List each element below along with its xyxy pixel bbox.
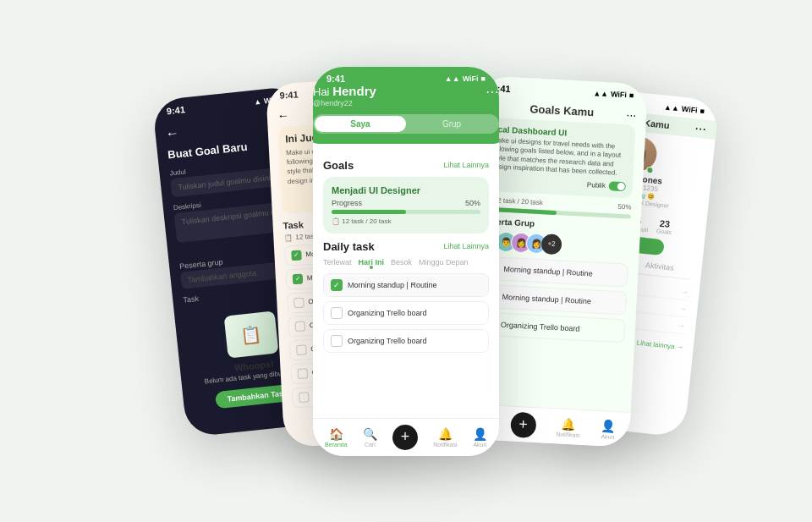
center-scroll: Goals Lihat Lainnya Menjadi UI Designer …: [313, 152, 499, 444]
greeting-text: Hai Hendry: [313, 84, 376, 99]
checkbox-checked-2[interactable]: ✓: [293, 273, 304, 284]
time-center: 9:41: [326, 74, 345, 84]
nav-cari[interactable]: 🔍 Cari: [363, 427, 377, 448]
task-label-1: Morning standup | Routine: [348, 281, 436, 289]
nav-add-button[interactable]: +: [392, 425, 418, 450]
stat-goals-label: Goals: [656, 228, 672, 235]
goals-link[interactable]: Lihat Lainnya: [443, 161, 489, 169]
goals-section-header: Goals Lihat Lainnya: [323, 159, 489, 172]
tab-saya[interactable]: Saya: [315, 116, 406, 132]
rc-nav-add[interactable]: +: [510, 411, 537, 438]
rc-task-1: ✓ Morning standup | Routine: [479, 255, 628, 286]
status-icons-fr: ▲▲ WiFi ■: [664, 102, 705, 115]
publik-label-rc: Publik: [587, 180, 606, 189]
activity-arrow-1[interactable]: →: [680, 286, 689, 296]
date-tab-hariini[interactable]: Hari Ini: [359, 258, 385, 266]
daily-task-section: Daily task Lihat Lainnya Terlewat Hari I…: [323, 240, 489, 353]
daily-task-1: ✓ Morning standup | Routine: [323, 273, 489, 297]
back-button-lc[interactable]: ←: [277, 107, 289, 122]
progress-fill: [332, 210, 406, 214]
rc-nav-notif[interactable]: 🔔 Notifikasi: [556, 415, 581, 437]
date-tab-besok[interactable]: Besok: [391, 258, 412, 266]
lihat-lainnya-link[interactable]: Lihat lainnya →: [636, 338, 683, 351]
checkbox-lc-3[interactable]: [296, 344, 307, 355]
akun-icon: 👤: [473, 427, 487, 441]
notif-icon: 🔔: [438, 427, 453, 441]
rc-akun-icon: 👤: [601, 418, 616, 432]
online-indicator: [646, 166, 654, 173]
group-avatars: 👩 👨 👩 👩 +2: [480, 230, 630, 258]
checkbox-lc-5[interactable]: [299, 392, 310, 403]
tab-grup[interactable]: Grup: [406, 116, 497, 132]
rc-nav-akun[interactable]: 👤 Akun: [601, 418, 616, 439]
rc-task-2: ✓ Morning standup | Routine: [477, 283, 627, 314]
nav-notifikasi[interactable]: 🔔 Notifikasi: [433, 427, 457, 448]
progress-value: 50%: [465, 199, 480, 207]
phone-center: 9:41 ▲▲ WiFi ■ Hai Hendry @hendry22 ⋯ Sa: [313, 67, 499, 456]
goal-task-count: 📋 12 task / 20 task: [332, 217, 480, 225]
nav-akun[interactable]: 👤 Akun: [473, 427, 487, 448]
toggle-knob: [617, 182, 625, 190]
daily-section-header: Daily task Lihat Lainnya: [323, 240, 489, 253]
progress-bar: [332, 210, 480, 214]
rc-more-icon[interactable]: ···: [626, 107, 636, 121]
rc-task-count: 12 task / 20 task: [493, 195, 543, 206]
lical-desc: Make ui designs for travel needs with th…: [491, 136, 628, 179]
time-far-left: 9:41: [166, 104, 185, 116]
checkbox-lc-1[interactable]: [294, 297, 304, 308]
daily-link[interactable]: Lihat Lainnya: [443, 242, 489, 250]
checkbox-checked-1[interactable]: ✓: [291, 250, 302, 261]
date-tab-minggu[interactable]: Minggu Depan: [419, 258, 469, 266]
daily-task-2: Organizing Trello board: [323, 301, 489, 325]
activity-arrow-3[interactable]: →: [677, 320, 686, 330]
nav-beranda[interactable]: 🏠 Beranda: [325, 427, 347, 448]
tab-switcher: Saya Grup: [313, 114, 499, 134]
goal-card-title: Menjadi UI Designer: [332, 185, 480, 195]
rc-notif-icon: 🔔: [561, 416, 576, 431]
checkbox-lc-4[interactable]: [298, 368, 309, 379]
date-tab-terlewat[interactable]: Terlewat: [323, 258, 352, 266]
progress-label: Progress: [332, 199, 362, 207]
bottom-nav-center: 🏠 Beranda 🔍 Cari + 🔔 Notifikasi 👤 Akun: [313, 418, 499, 456]
stat-goals: 23 Goals: [656, 217, 673, 235]
more-button[interactable]: ⋯: [486, 84, 499, 100]
date-tabs: Terlewat Hari Ini Besok Minggu Depan: [323, 258, 489, 266]
avatar-plus: +2: [540, 233, 562, 254]
progress-row: Progress 50%: [332, 199, 480, 207]
username: Hendry: [332, 84, 376, 98]
toggle-switch[interactable]: [608, 180, 626, 190]
rc-progress: 50%: [617, 202, 631, 211]
peserta-section-title: Peserta Grup: [481, 216, 630, 233]
status-icons-center: ▲▲ WiFi ■: [445, 74, 486, 83]
task-checkbox-2[interactable]: [331, 307, 343, 319]
whoops-icon: 📋: [223, 310, 278, 358]
home-icon: 🏠: [329, 427, 343, 441]
daily-title: Daily task: [323, 240, 375, 253]
fr-more-icon[interactable]: ···: [694, 120, 707, 136]
green-header: Hai Hendry @hendry22 ⋯ Saya Grup: [313, 77, 499, 144]
task-label-3: Organizing Trello board: [348, 337, 427, 345]
checkbox-lc-2[interactable]: [295, 321, 306, 332]
task-checkbox-1[interactable]: ✓: [331, 279, 343, 291]
rc-title: Goals Kamu: [529, 102, 595, 118]
phones-container: 9:41 ▲ WiFi ■ ← Buat Goal Baru Judul Tul…: [25, 16, 787, 507]
lical-card: lical Dashboard UI Make ui designs for t…: [483, 117, 635, 198]
task-label-2: Organizing Trello board: [348, 309, 427, 317]
user-handle: @hendry22: [313, 99, 376, 107]
status-icons-rc: ▲▲ WiFi ■: [593, 89, 634, 100]
goals-title: Goals: [323, 159, 354, 172]
goal-card: Menjadi UI Designer Progress 50% 📋 12 ta…: [323, 177, 489, 234]
search-icon: 🔍: [363, 427, 377, 441]
task-checkbox-3[interactable]: [331, 335, 343, 347]
time-lc: 9:41: [279, 89, 299, 100]
daily-task-3: Organizing Trello board: [323, 329, 489, 353]
activity-arrow-2[interactable]: →: [678, 303, 688, 313]
